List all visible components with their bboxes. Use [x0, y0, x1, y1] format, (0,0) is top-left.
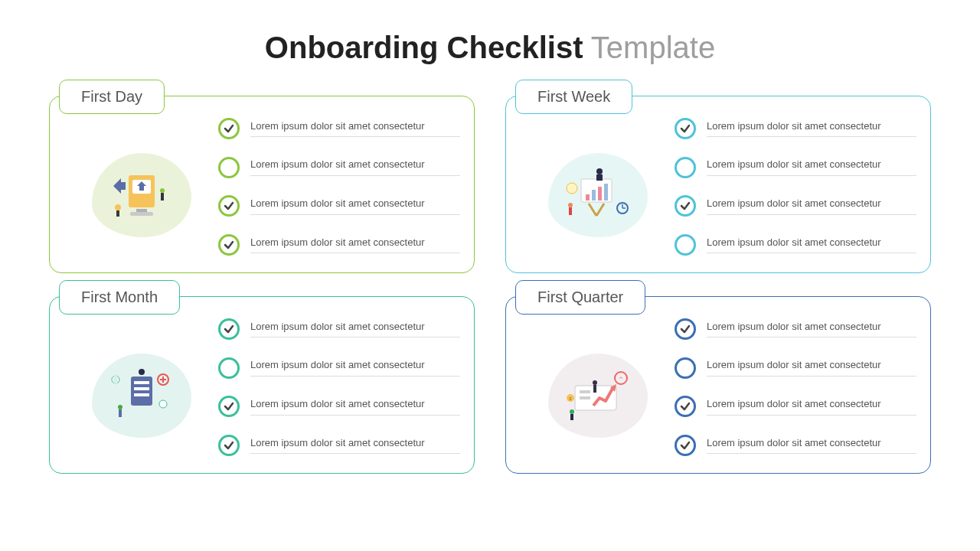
card-first-quarter: First Quarter $: [505, 296, 931, 474]
card-illustration-area: [65, 314, 218, 456]
check-icon: [218, 195, 240, 217]
check-icon: [218, 396, 240, 417]
checklist-item: Lorem ipsum dolor sit amet consectetur: [675, 357, 916, 379]
svg-rect-3: [130, 212, 153, 216]
check-icon: [675, 118, 696, 139]
card-tab: First Day: [59, 80, 165, 114]
check-icon: [675, 318, 696, 340]
item-text: Lorem ipsum dolor sit amet consectetur: [707, 236, 916, 254]
svg-rect-21: [134, 387, 149, 390]
checklist-item: Lorem ipsum dolor sit amet consectetur: [218, 435, 460, 456]
checklist-item: Lorem ipsum dolor sit amet consectetur: [218, 357, 460, 379]
svg-point-23: [139, 369, 145, 375]
checklist-item: Lorem ipsum dolor sit amet consectetur: [218, 318, 460, 340]
illustration-icon: [92, 354, 191, 438]
check-icon: [218, 118, 240, 139]
checklist-item: Lorem ipsum dolor sit amet consectetur: [675, 396, 916, 417]
item-text: Lorem ipsum dolor sit amet consectetur: [250, 236, 460, 254]
checklist-item: Lorem ipsum dolor sit amet consectetur: [675, 318, 916, 340]
card-tab: First Quarter: [515, 280, 645, 315]
svg-rect-30: [580, 390, 590, 393]
svg-point-6: [160, 188, 165, 193]
checklist-item: Lorem ipsum dolor sit amet consectetur: [218, 234, 460, 256]
svg-rect-31: [580, 396, 590, 399]
checklist-item: Lorem ipsum dolor sit amet consectetur: [218, 157, 460, 178]
item-text: Lorem ipsum dolor sit amet consectetur: [250, 120, 460, 138]
checklist-item: Lorem ipsum dolor sit amet consectetur: [218, 195, 460, 217]
check-icon: [675, 195, 696, 217]
item-text: Lorem ipsum dolor sit amet consectetur: [250, 197, 460, 215]
svg-point-16: [568, 203, 573, 207]
checklist-item: Lorem ipsum dolor sit amet consectetur: [675, 157, 916, 178]
svg-point-13: [567, 183, 577, 194]
checklist-item: Lorem ipsum dolor sit amet consectetur: [218, 396, 460, 417]
svg-point-37: [570, 409, 574, 414]
svg-rect-10: [592, 190, 596, 201]
unchecked-icon: [218, 357, 240, 379]
svg-point-32: [593, 380, 597, 385]
card-first-month: First Month: [49, 296, 475, 474]
checklist-item: Lorem ipsum dolor sit amet consectetur: [675, 435, 916, 456]
checklist-item: Lorem ipsum dolor sit amet consectetur: [675, 118, 916, 139]
unchecked-icon: [675, 234, 696, 256]
card-illustration-area: [521, 113, 675, 256]
card-first-week: First Week: [505, 96, 931, 273]
check-icon: [218, 435, 240, 456]
unchecked-icon: [675, 357, 696, 379]
svg-rect-11: [598, 187, 602, 201]
svg-rect-33: [593, 385, 596, 393]
item-text: Lorem ipsum dolor sit amet consectetur: [707, 359, 916, 377]
item-text: Lorem ipsum dolor sit amet consectetur: [250, 398, 460, 416]
svg-point-14: [596, 168, 603, 174]
title-bold: Onboarding Checklist: [265, 31, 583, 64]
checklist-item: Lorem ipsum dolor sit amet consectetur: [218, 118, 460, 139]
svg-rect-12: [604, 184, 608, 201]
svg-rect-19: [131, 377, 152, 406]
checklist: Lorem ipsum dolor sit amet consectetur L…: [218, 314, 460, 456]
card-tab: First Week: [515, 80, 632, 114]
illustration-icon: $: [548, 354, 648, 438]
illustration-icon: [92, 153, 191, 237]
check-icon: [218, 234, 240, 256]
svg-rect-38: [570, 414, 573, 420]
card-tab: First Month: [59, 280, 180, 315]
item-text: Lorem ipsum dolor sit amet consectetur: [250, 321, 460, 338]
item-text: Lorem ipsum dolor sit amet consectetur: [707, 197, 916, 215]
svg-rect-7: [161, 193, 164, 201]
unchecked-icon: [218, 157, 240, 178]
svg-rect-2: [136, 209, 147, 212]
title-light: Template: [583, 31, 715, 64]
check-icon: [218, 318, 240, 340]
unchecked-icon: [675, 157, 696, 178]
svg-point-26: [118, 405, 122, 409]
checklist: Lorem ipsum dolor sit amet consectetur L…: [675, 113, 916, 256]
item-text: Lorem ipsum dolor sit amet consectetur: [707, 437, 916, 455]
item-text: Lorem ipsum dolor sit amet consectetur: [250, 158, 460, 176]
svg-rect-17: [569, 207, 572, 215]
page-title: Onboarding Checklist Template: [0, 0, 980, 88]
checklist: Lorem ipsum dolor sit amet consectetur L…: [218, 113, 460, 256]
svg-point-4: [115, 204, 121, 210]
checklist-item: Lorem ipsum dolor sit amet consectetur: [675, 195, 916, 217]
illustration-icon: [548, 153, 648, 237]
card-grid: First Day Lorem ips: [0, 88, 980, 474]
svg-point-28: [159, 400, 167, 408]
svg-rect-27: [119, 409, 122, 417]
item-text: Lorem ipsum dolor sit amet consectetur: [707, 321, 916, 338]
svg-rect-9: [586, 194, 590, 201]
check-icon: [675, 396, 696, 417]
item-text: Lorem ipsum dolor sit amet consectetur: [707, 158, 916, 176]
card-illustration-area: $: [521, 314, 675, 456]
svg-rect-5: [116, 210, 119, 217]
svg-point-36: [615, 372, 627, 384]
card-illustration-area: [65, 113, 218, 256]
item-text: Lorem ipsum dolor sit amet consectetur: [250, 437, 460, 455]
svg-rect-20: [134, 381, 149, 384]
item-text: Lorem ipsum dolor sit amet consectetur: [250, 359, 460, 377]
svg-rect-22: [134, 393, 149, 396]
item-text: Lorem ipsum dolor sit amet consectetur: [707, 120, 916, 138]
card-first-day: First Day Lorem ips: [49, 96, 475, 273]
checklist: Lorem ipsum dolor sit amet consectetur L…: [675, 314, 916, 456]
svg-rect-15: [596, 174, 603, 181]
check-icon: [675, 435, 696, 456]
